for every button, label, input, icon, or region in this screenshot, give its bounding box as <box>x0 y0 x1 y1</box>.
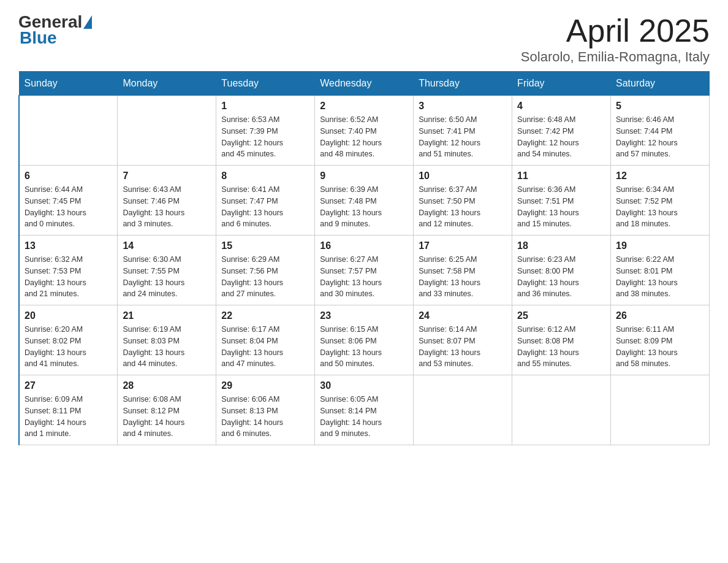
cell-4-5 <box>512 375 611 445</box>
cell-0-6: 5Sunrise: 6:46 AM Sunset: 7:44 PM Daylig… <box>611 96 710 166</box>
header-sunday: Sunday <box>19 72 118 96</box>
cell-1-1: 7Sunrise: 6:43 AM Sunset: 7:46 PM Daylig… <box>118 166 216 236</box>
day-number-2-2: 15 <box>221 240 309 251</box>
cell-2-3: 16Sunrise: 6:27 AM Sunset: 7:57 PM Dayli… <box>315 236 414 305</box>
day-number-0-2: 1 <box>221 101 309 112</box>
day-number-1-1: 7 <box>123 170 211 182</box>
day-number-1-2: 8 <box>221 170 309 182</box>
cell-3-2: 22Sunrise: 6:17 AM Sunset: 8:04 PM Dayli… <box>216 305 315 375</box>
day-info-1-6: Sunrise: 6:34 AM Sunset: 7:52 PM Dayligh… <box>616 184 704 230</box>
day-info-1-3: Sunrise: 6:39 AM Sunset: 7:48 PM Dayligh… <box>320 184 408 230</box>
week-row-3: 20Sunrise: 6:20 AM Sunset: 8:02 PM Dayli… <box>19 305 710 375</box>
day-info-2-4: Sunrise: 6:25 AM Sunset: 7:58 PM Dayligh… <box>419 254 507 300</box>
day-info-1-4: Sunrise: 6:37 AM Sunset: 7:50 PM Dayligh… <box>419 184 507 230</box>
day-number-3-5: 25 <box>517 310 605 321</box>
day-info-3-0: Sunrise: 6:20 AM Sunset: 8:02 PM Dayligh… <box>25 324 112 370</box>
day-number-0-4: 3 <box>419 101 507 112</box>
day-number-3-2: 22 <box>221 310 309 321</box>
day-number-4-3: 30 <box>320 380 408 391</box>
title-section: April 2025 Solarolo, Emilia-Romagna, Ita… <box>521 12 710 65</box>
day-info-2-1: Sunrise: 6:30 AM Sunset: 7:55 PM Dayligh… <box>123 254 211 300</box>
day-number-3-6: 26 <box>616 310 704 321</box>
cell-1-4: 10Sunrise: 6:37 AM Sunset: 7:50 PM Dayli… <box>414 166 512 236</box>
day-info-0-6: Sunrise: 6:46 AM Sunset: 7:44 PM Dayligh… <box>616 114 704 160</box>
cell-0-5: 4Sunrise: 6:48 AM Sunset: 7:42 PM Daylig… <box>512 96 611 166</box>
cell-2-4: 17Sunrise: 6:25 AM Sunset: 7:58 PM Dayli… <box>414 236 512 305</box>
day-info-3-2: Sunrise: 6:17 AM Sunset: 8:04 PM Dayligh… <box>221 324 309 370</box>
cell-2-0: 13Sunrise: 6:32 AM Sunset: 7:53 PM Dayli… <box>19 236 118 305</box>
day-number-2-5: 18 <box>517 240 605 251</box>
header-friday: Friday <box>512 72 611 96</box>
cell-3-6: 26Sunrise: 6:11 AM Sunset: 8:09 PM Dayli… <box>611 305 710 375</box>
calendar-table: SundayMondayTuesdayWednesdayThursdayFrid… <box>18 71 710 445</box>
day-info-1-1: Sunrise: 6:43 AM Sunset: 7:46 PM Dayligh… <box>123 184 211 230</box>
cell-4-0: 27Sunrise: 6:09 AM Sunset: 8:11 PM Dayli… <box>19 375 118 445</box>
day-info-3-5: Sunrise: 6:12 AM Sunset: 8:08 PM Dayligh… <box>517 324 605 370</box>
header-saturday: Saturday <box>611 72 710 96</box>
day-number-1-3: 9 <box>320 170 408 182</box>
page-header: General Blue April 2025 Solarolo, Emilia… <box>18 12 710 65</box>
day-info-0-2: Sunrise: 6:53 AM Sunset: 7:39 PM Dayligh… <box>221 114 309 160</box>
cell-2-6: 19Sunrise: 6:22 AM Sunset: 8:01 PM Dayli… <box>611 236 710 305</box>
day-number-4-2: 29 <box>221 380 309 391</box>
header-thursday: Thursday <box>414 72 512 96</box>
cell-1-0: 6Sunrise: 6:44 AM Sunset: 7:45 PM Daylig… <box>19 166 118 236</box>
cell-0-4: 3Sunrise: 6:50 AM Sunset: 7:41 PM Daylig… <box>414 96 512 166</box>
cell-3-4: 24Sunrise: 6:14 AM Sunset: 8:07 PM Dayli… <box>414 305 512 375</box>
cell-4-6 <box>611 375 710 445</box>
day-info-4-0: Sunrise: 6:09 AM Sunset: 8:11 PM Dayligh… <box>25 394 112 440</box>
cell-0-0 <box>19 96 118 166</box>
day-info-2-2: Sunrise: 6:29 AM Sunset: 7:56 PM Dayligh… <box>221 254 309 300</box>
day-number-4-0: 27 <box>25 380 112 391</box>
header-monday: Monday <box>118 72 216 96</box>
day-number-1-0: 6 <box>25 170 112 182</box>
cell-0-2: 1Sunrise: 6:53 AM Sunset: 7:39 PM Daylig… <box>216 96 315 166</box>
day-number-0-5: 4 <box>517 101 605 112</box>
day-info-4-1: Sunrise: 6:08 AM Sunset: 8:12 PM Dayligh… <box>123 394 211 440</box>
day-info-2-5: Sunrise: 6:23 AM Sunset: 8:00 PM Dayligh… <box>517 254 605 300</box>
cell-2-2: 15Sunrise: 6:29 AM Sunset: 7:56 PM Dayli… <box>216 236 315 305</box>
day-info-0-5: Sunrise: 6:48 AM Sunset: 7:42 PM Dayligh… <box>517 114 605 160</box>
calendar-header-row: SundayMondayTuesdayWednesdayThursdayFrid… <box>19 72 710 96</box>
header-tuesday: Tuesday <box>216 72 315 96</box>
cell-3-0: 20Sunrise: 6:20 AM Sunset: 8:02 PM Dayli… <box>19 305 118 375</box>
day-info-4-3: Sunrise: 6:05 AM Sunset: 8:14 PM Dayligh… <box>320 394 408 440</box>
cell-0-3: 2Sunrise: 6:52 AM Sunset: 7:40 PM Daylig… <box>315 96 414 166</box>
day-info-2-0: Sunrise: 6:32 AM Sunset: 7:53 PM Dayligh… <box>25 254 112 300</box>
cell-1-5: 11Sunrise: 6:36 AM Sunset: 7:51 PM Dayli… <box>512 166 611 236</box>
logo: General Blue <box>18 12 93 48</box>
logo-blue-part: Blue <box>20 28 57 47</box>
day-info-1-5: Sunrise: 6:36 AM Sunset: 7:51 PM Dayligh… <box>517 184 605 230</box>
cell-4-2: 29Sunrise: 6:06 AM Sunset: 8:13 PM Dayli… <box>216 375 315 445</box>
day-number-2-1: 14 <box>123 240 211 251</box>
day-number-2-6: 19 <box>616 240 704 251</box>
cell-4-3: 30Sunrise: 6:05 AM Sunset: 8:14 PM Dayli… <box>315 375 414 445</box>
day-info-0-4: Sunrise: 6:50 AM Sunset: 7:41 PM Dayligh… <box>419 114 507 160</box>
day-info-0-3: Sunrise: 6:52 AM Sunset: 7:40 PM Dayligh… <box>320 114 408 160</box>
day-number-1-4: 10 <box>419 170 507 182</box>
day-number-0-3: 2 <box>320 101 408 112</box>
week-row-4: 27Sunrise: 6:09 AM Sunset: 8:11 PM Dayli… <box>19 375 710 445</box>
cell-1-3: 9Sunrise: 6:39 AM Sunset: 7:48 PM Daylig… <box>315 166 414 236</box>
day-info-3-1: Sunrise: 6:19 AM Sunset: 8:03 PM Dayligh… <box>123 324 211 370</box>
day-number-1-6: 12 <box>616 170 704 182</box>
day-number-3-3: 23 <box>320 310 408 321</box>
header-wednesday: Wednesday <box>315 72 414 96</box>
cell-1-6: 12Sunrise: 6:34 AM Sunset: 7:52 PM Dayli… <box>611 166 710 236</box>
day-info-3-4: Sunrise: 6:14 AM Sunset: 8:07 PM Dayligh… <box>419 324 507 370</box>
day-info-3-6: Sunrise: 6:11 AM Sunset: 8:09 PM Dayligh… <box>616 324 704 370</box>
cell-3-3: 23Sunrise: 6:15 AM Sunset: 8:06 PM Dayli… <box>315 305 414 375</box>
cell-1-2: 8Sunrise: 6:41 AM Sunset: 7:47 PM Daylig… <box>216 166 315 236</box>
day-number-0-6: 5 <box>616 101 704 112</box>
day-number-2-3: 16 <box>320 240 408 251</box>
cell-4-4 <box>414 375 512 445</box>
day-info-2-6: Sunrise: 6:22 AM Sunset: 8:01 PM Dayligh… <box>616 254 704 300</box>
cell-3-1: 21Sunrise: 6:19 AM Sunset: 8:03 PM Dayli… <box>118 305 216 375</box>
day-number-2-0: 13 <box>25 240 112 251</box>
week-row-2: 13Sunrise: 6:32 AM Sunset: 7:53 PM Dayli… <box>19 236 710 305</box>
week-row-1: 6Sunrise: 6:44 AM Sunset: 7:45 PM Daylig… <box>19 166 710 236</box>
logo-triangle-icon <box>83 15 92 29</box>
day-info-1-2: Sunrise: 6:41 AM Sunset: 7:47 PM Dayligh… <box>221 184 309 230</box>
week-row-0: 1Sunrise: 6:53 AM Sunset: 7:39 PM Daylig… <box>19 96 710 166</box>
day-number-2-4: 17 <box>419 240 507 251</box>
